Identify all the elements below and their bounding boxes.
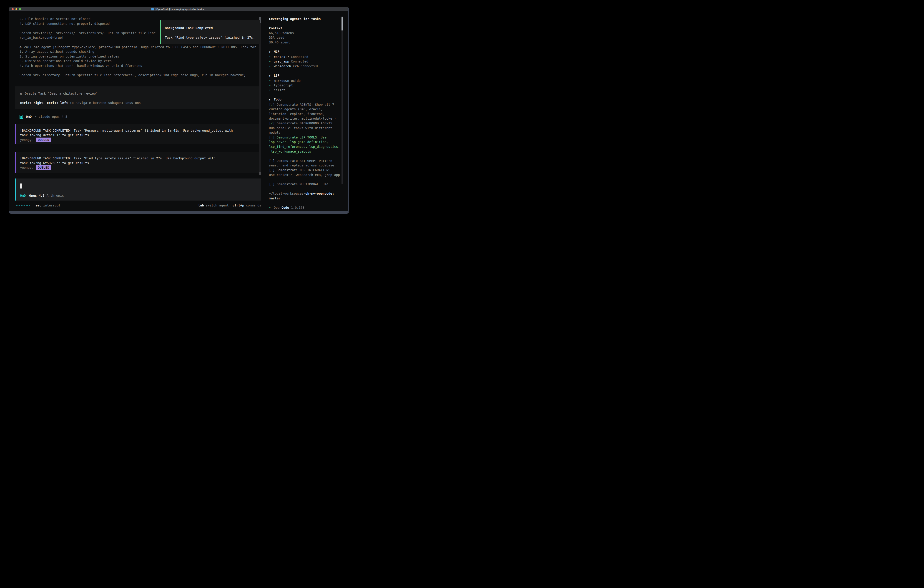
todo-items-pending: [ ] Demonstrate AST-GREP: Pattern search… xyxy=(269,159,349,177)
terminal-main: 3. File handles or streams not closed 4.… xyxy=(15,17,261,208)
sidebar-scrollbar-thumb[interactable] xyxy=(342,17,343,30)
task-message: [BACKGROUND TASK COMPLETED] Task "Find t… xyxy=(15,152,261,173)
bullet-icon: • xyxy=(269,64,274,69)
lsp-item: •typescript xyxy=(269,83,349,88)
chevron-down-icon[interactable]: ▼ xyxy=(269,97,274,102)
agent-model: claude-opus-4-5 xyxy=(39,114,67,119)
git-branch: master xyxy=(269,196,349,201)
status-badge: QUEUED xyxy=(36,165,51,170)
window-title: [OpenCode] Leveraging agents for tasks ◐ xyxy=(155,8,206,10)
mcp-item: •grep_appConnected xyxy=(269,59,349,64)
todo-item-pending: [ ] Demonstrate MULTIMODAL: Use xyxy=(269,182,349,187)
input-model-label: Opus 4.5 xyxy=(29,194,45,197)
check-icon: ✓ xyxy=(271,103,272,106)
tab-label: switch agent xyxy=(206,203,229,207)
oracle-task-title: Oracle Task "Deep architecture review" xyxy=(25,92,97,95)
task-line2: task_id="bg_dcfac161" to get results. xyxy=(20,133,261,137)
tool-call-line: ⚙call_omo_agent [subagent_type=explore, … xyxy=(20,45,261,50)
task-message: [BACKGROUND TASK COMPLETED] Task "Resear… xyxy=(15,124,261,144)
task-meta: yeongyu QUEUED xyxy=(20,137,261,142)
text-cursor xyxy=(20,183,22,188)
bullet-icon: • xyxy=(269,205,274,210)
main-scrollbar-thumb-bottom[interactable] xyxy=(259,172,261,175)
prompt-input[interactable]: OmOOpus 4.5Anthropic xyxy=(15,178,261,201)
app-window: [OpenCode] Leveraging agents for tasks ◐… xyxy=(9,7,349,214)
lsp-header: ▼LSP xyxy=(269,73,349,78)
todo-item-done: [✓] Demonstrate BACKGROUND AGENTS: xyxy=(269,121,349,126)
oracle-task-hint: ctrl+x right, ctrl+x left to navigate be… xyxy=(20,101,261,105)
bullet-icon: • xyxy=(269,83,274,88)
gear-icon: ⚙ xyxy=(20,45,24,50)
status-bar: esc interrupt tabswitch agentctrl+pcomma… xyxy=(15,203,261,208)
hint-text: to navigate between subagent sessions xyxy=(68,101,141,105)
mcp-header: ▼MCP xyxy=(269,50,349,55)
hint-keys: ctrl+x right, ctrl+x left xyxy=(20,101,68,105)
ctrlp-label: commands xyxy=(246,203,261,207)
lsp-item: •eslint xyxy=(269,88,349,92)
bullet-icon: • xyxy=(269,55,274,59)
todo-item-active: [ ] Demonstrate LSP TOOLS: Use lsp_hover… xyxy=(269,135,349,154)
context-header: Context xyxy=(269,26,349,31)
notification-body: Task "Find type safety issues" finished … xyxy=(165,35,260,40)
folder-icon xyxy=(151,8,154,10)
session-title: Leveraging agents for tasks xyxy=(269,17,349,21)
task-author: yeongyu xyxy=(20,137,33,142)
chevron-down-icon[interactable]: ▼ xyxy=(269,50,274,55)
workspace-path: ~/local-workspaces/oh-my-opencode: xyxy=(269,191,349,196)
notification-title: Background Task Completed xyxy=(165,26,260,30)
bullet-icon: • xyxy=(269,78,274,83)
mcp-item: •websearch_exaConnected xyxy=(269,64,349,69)
agent-name: OmO xyxy=(26,114,31,119)
todo-header: ▼Todo xyxy=(269,97,349,102)
title-bar: [OpenCode] Leveraging agents for tasks ◐ xyxy=(9,7,348,12)
context-stats: 66,518 tokens 33% used $0.46 spent xyxy=(269,31,349,45)
input-agent-label: OmO xyxy=(20,194,26,197)
task-line1: [BACKGROUND TASK COMPLETED] Task "Resear… xyxy=(20,128,261,133)
todo-item-done: [✓] Demonstrate AGENTS: Show all 7 xyxy=(269,102,349,107)
minimize-button[interactable] xyxy=(15,8,17,10)
check-icon: ✓ xyxy=(271,121,272,125)
agent-header: OmO · claude-opus-4-5 xyxy=(15,114,261,119)
oracle-task-box: ◉Oracle Task "Deep architecture review" … xyxy=(15,86,261,109)
todo-item-done-wrap: curated agents (OmO, oracle, librarian, … xyxy=(269,107,349,121)
todo-item-done-wrap: Run parallel tasks with different models xyxy=(269,126,349,135)
task-meta: yeongyu QUEUED xyxy=(20,165,261,170)
sidebar-scrollbar-track[interactable] xyxy=(342,17,343,184)
model-row: OmOOpus 4.5Anthropic xyxy=(20,193,64,198)
ctrlp-key-hint: ctrl+p xyxy=(233,203,244,207)
close-button[interactable] xyxy=(12,8,14,10)
spinner-icon xyxy=(16,205,31,206)
esc-label: interrupt xyxy=(43,203,61,208)
record-icon: ◉ xyxy=(20,91,25,96)
lsp-item: •markdown-oxide xyxy=(269,78,349,83)
esc-key-hint: esc xyxy=(36,203,41,208)
bullet-icon: • xyxy=(269,88,274,92)
tool-call-body: 1. Array access without bounds checking … xyxy=(20,50,261,78)
task-line1: [BACKGROUND TASK COMPLETED] Task "Find t… xyxy=(20,156,261,161)
app-version: •OpenCode1.0.163 xyxy=(269,205,349,210)
oracle-task-title-line: ◉Oracle Task "Deep architecture review" xyxy=(20,91,261,96)
bullet-icon: • xyxy=(269,59,274,64)
status-bar-right: tabswitch agentctrl+pcommands xyxy=(198,203,261,208)
input-provider-label: Anthropic xyxy=(46,194,64,197)
status-badge: QUEUED xyxy=(36,137,51,142)
traffic-lights xyxy=(12,8,23,10)
mcp-item: •context7Connected xyxy=(269,55,349,59)
agent-icon xyxy=(20,115,23,119)
separator-dot: · xyxy=(35,114,36,119)
zoom-button[interactable] xyxy=(19,8,21,10)
background-task-notification: Background Task Completed Task "Find typ… xyxy=(160,20,260,44)
tab-key-hint: tab xyxy=(198,203,204,207)
task-author: yeongyu xyxy=(20,165,33,170)
task-line2: task_id="bg_6f59260c" to get results. xyxy=(20,161,261,165)
sidebar: Leveraging agents for tasks Context 66,5… xyxy=(269,17,349,210)
tool-call-text: call_omo_agent [subagent_type=explore, p… xyxy=(24,45,256,49)
chevron-down-icon[interactable]: ▼ xyxy=(269,74,274,78)
